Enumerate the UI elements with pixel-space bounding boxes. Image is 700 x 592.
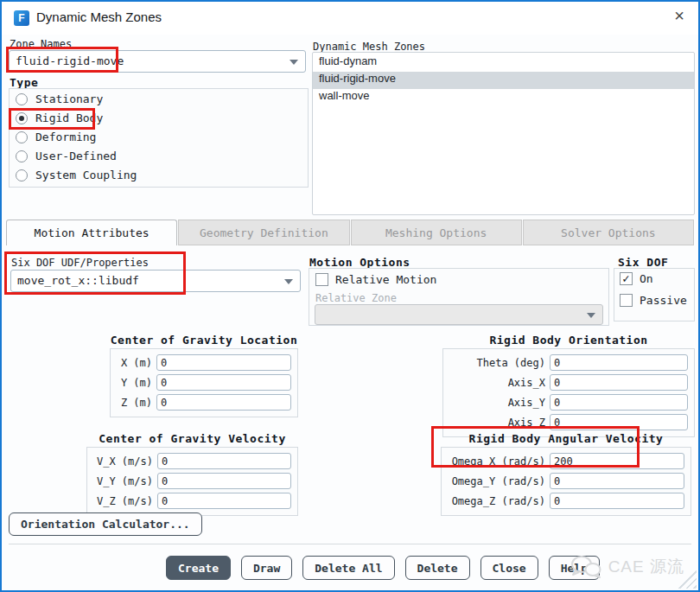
delete-button[interactable]: Delete (405, 556, 470, 580)
six-dof-on-checkbox[interactable]: ✓ On (620, 272, 653, 285)
rb-angular-velocity-group: Rigid Body Angular Velocity Omega_X (rad… (441, 432, 691, 516)
close-icon[interactable]: × (674, 6, 684, 26)
field-label: Z (m) (117, 397, 156, 409)
relative-zone-dropdown (315, 304, 603, 325)
cg-location-box: X (m) Y (m) Z (m) (110, 348, 298, 417)
tab-solver-options[interactable]: Solver Options (523, 220, 694, 245)
draw-button[interactable]: Draw (241, 556, 292, 580)
cg-velocity-vz-input[interactable] (157, 493, 291, 509)
zone-names-dropdown[interactable]: fluid-rigid-move (9, 50, 306, 73)
cg-location-y-input[interactable] (156, 374, 291, 391)
six-dof-group-label: Six DOF (618, 256, 668, 269)
six-dof-udf-value: move_rot_x::libudf (17, 274, 139, 287)
field-label: Theta (deg) (449, 357, 550, 369)
rb-orientation-group: Rigid Body Orientation Theta (deg) Axis_… (442, 334, 695, 437)
radio-system-coupling[interactable]: System Coupling (16, 169, 137, 181)
cg-location-title: Center of Gravity Location (110, 334, 298, 347)
field-label: V_Z (m/s) (93, 495, 157, 507)
checkbox-unchecked-icon (620, 294, 633, 307)
field-label: Axis_Y (449, 397, 550, 409)
cg-velocity-group: Center of Gravity Velocity V_X (m/s) V_Y… (86, 432, 298, 516)
cg-location-x-input[interactable] (156, 354, 291, 371)
six-dof-udf-label: Six DOF UDF/Properties (11, 257, 149, 269)
dynamic-mesh-zones-list: fluid-dynam fluid-rigid-move wall-move (312, 52, 695, 215)
omega-y-input[interactable] (550, 473, 684, 489)
field-label: Y (m) (117, 377, 156, 389)
chevron-down-icon (284, 279, 293, 284)
tab-geometry-definition[interactable]: Geometry Definition (178, 220, 349, 245)
six-dof-passive-checkbox[interactable]: Passive (620, 294, 687, 307)
zone-names-label: Zone Names (10, 38, 72, 50)
wechat-bubbles-icon (570, 555, 601, 579)
radio-icon (16, 93, 28, 105)
motion-options-label: Motion Options (309, 256, 410, 269)
field-label: V_X (m/s) (93, 455, 157, 468)
dynamic-mesh-zones-dialog: F Dynamic Mesh Zones × Zone Names fluid-… (0, 0, 700, 592)
cg-location-group: Center of Gravity Location X (m) Y (m) Z… (110, 334, 298, 417)
orientation-calculator-button[interactable]: Orientation Calculator... (9, 512, 202, 536)
close-button[interactable]: Close (480, 556, 538, 580)
rb-orientation-title: Rigid Body Orientation (442, 334, 695, 347)
zone-names-value: fluid-rigid-move (16, 54, 124, 67)
radio-stationary[interactable]: Stationary (16, 92, 103, 105)
radio-rigid-body[interactable]: Rigid Body (16, 111, 103, 124)
footer-divider (9, 544, 691, 544)
fluent-app-icon: F (14, 10, 29, 26)
type-group-label: Type (10, 76, 38, 89)
cg-velocity-vy-input[interactable] (157, 473, 291, 489)
radio-icon (16, 169, 28, 181)
checkbox-checked-icon: ✓ (620, 272, 633, 285)
field-label: Omega_Z (rad/s) (448, 495, 550, 507)
cg-location-z-input[interactable] (156, 394, 291, 411)
radio-user-defined[interactable]: User-Defined (16, 150, 117, 162)
field-label: V_Y (m/s) (93, 475, 157, 487)
tab-meshing-options[interactable]: Meshing Options (351, 220, 522, 245)
omega-x-input[interactable] (550, 453, 684, 469)
field-label: Omega_X (rad/s) (448, 455, 550, 468)
zone-list-item[interactable]: wall-move (313, 89, 694, 106)
watermark-text: CAE 源流 (608, 556, 684, 578)
checkbox-unchecked-icon (315, 273, 328, 286)
window-title: Dynamic Mesh Zones (36, 10, 162, 24)
radio-icon (16, 131, 28, 143)
omega-z-input[interactable] (550, 493, 684, 509)
radio-deforming[interactable]: Deforming (16, 130, 96, 143)
relative-motion-checkbox[interactable]: Relative Motion (315, 273, 436, 286)
field-label: Axis_X (449, 377, 550, 389)
delete-all-button[interactable]: Delete All (302, 556, 394, 580)
zone-list-item-selected[interactable]: fluid-rigid-move (313, 72, 694, 89)
six-dof-udf-dropdown[interactable]: move_rot_x::libudf (10, 270, 301, 292)
tab-bar: Motion Attributes Geometry Definition Me… (6, 220, 694, 245)
field-label: X (m) (117, 357, 156, 369)
watermark: CAE 源流 (570, 555, 684, 579)
rb-orientation-axis-y-input[interactable] (550, 394, 688, 411)
cg-velocity-title: Center of Gravity Velocity (86, 432, 298, 445)
radio-icon (16, 150, 28, 162)
rb-orientation-box: Theta (deg) Axis_X Axis_Y Axis_Z (442, 348, 695, 437)
field-label: Omega_Y (rad/s) (448, 475, 550, 487)
radio-selected-icon (16, 112, 28, 124)
chevron-down-icon (290, 60, 298, 65)
cg-velocity-vx-input[interactable] (157, 453, 291, 469)
cg-velocity-box: V_X (m/s) V_Y (m/s) V_Z (m/s) (86, 447, 298, 516)
chevron-down-icon (587, 313, 595, 318)
field-label: Axis_Z (449, 417, 550, 429)
relative-zone-label: Relative Zone (315, 292, 397, 304)
rb-orientation-axis-x-input[interactable] (550, 374, 688, 391)
zones-list-label: Dynamic Mesh Zones (313, 41, 425, 53)
create-button[interactable]: Create (166, 556, 231, 580)
title-bar[interactable]: F Dynamic Mesh Zones × (2, 2, 698, 35)
rb-angular-velocity-box: Omega_X (rad/s) Omega_Y (rad/s) Omega_Z … (441, 447, 691, 516)
rb-angular-velocity-title: Rigid Body Angular Velocity (441, 432, 691, 445)
zone-list-item[interactable]: fluid-dynam (313, 54, 694, 72)
rb-orientation-theta-input[interactable] (550, 354, 688, 371)
footer-button-row: Create Draw Delete All Delete Close Help (166, 556, 600, 580)
rb-orientation-axis-z-input[interactable] (550, 414, 688, 430)
tab-motion-attributes[interactable]: Motion Attributes (6, 220, 177, 245)
